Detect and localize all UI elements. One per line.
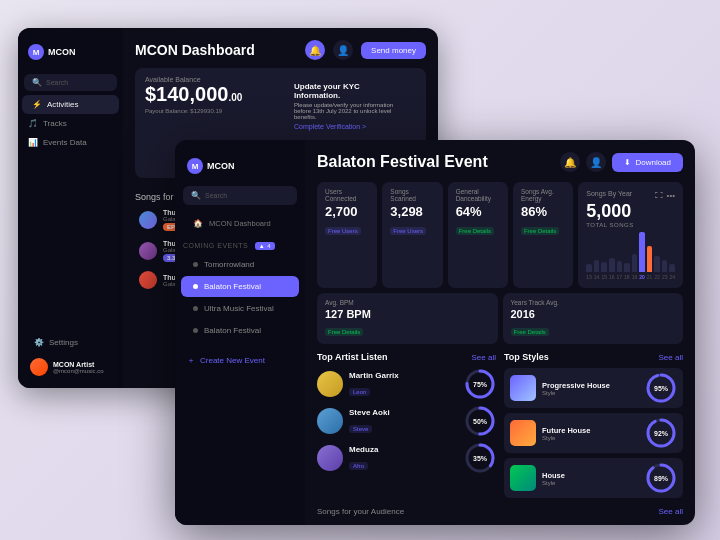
back-window-title: MCON Dashboard <box>135 42 255 58</box>
year-label-2017: 17 <box>617 274 623 280</box>
style-row-2: Future House Style 92% <box>504 413 683 453</box>
artists-see-all[interactable]: See all <box>472 353 496 362</box>
style-thumb-house <box>510 465 536 491</box>
styles-title: Top Styles <box>504 352 549 362</box>
stat-songs-value: 3,298 <box>390 204 434 219</box>
bar-2024 <box>669 264 675 272</box>
expand-icon[interactable]: ⛶ <box>655 191 663 200</box>
artists-title: Top Artist Listen <box>317 352 388 362</box>
progress-value-2: 50% <box>473 418 487 425</box>
send-money-button[interactable]: Send money <box>361 42 426 59</box>
balaton2-label: Balaton Festival <box>204 326 261 335</box>
styles-see-all[interactable]: See all <box>659 353 683 362</box>
year-label-2013: 13 <box>586 274 592 280</box>
front-window-title: Balaton Festival Event <box>317 153 488 171</box>
year-label-2021: 21 <box>647 274 653 280</box>
kyc-body: Please update/verify your information be… <box>294 102 408 120</box>
tracks-label: Tracks <box>43 119 67 128</box>
artist-avatar-steve <box>317 408 343 434</box>
kyc-link[interactable]: Complete Verification > <box>294 123 366 130</box>
stat-songs-label: Songs Scanned <box>390 188 434 202</box>
front-logo-icon: M <box>187 158 203 174</box>
year-label-2014: 14 <box>594 274 600 280</box>
nav-dot-active <box>193 284 198 289</box>
sidebar-item-dashboard[interactable]: 🏠 MCON Dashboard <box>181 213 299 234</box>
tracks-icon: 🎵 <box>28 119 38 128</box>
artist-tag-2: Steve <box>349 425 372 433</box>
songs-year-title: Songs By Year <box>586 190 632 197</box>
bell-icon[interactable]: 🔔 <box>305 40 325 60</box>
songs-total-label: TOTAL SONGS <box>586 222 675 228</box>
activities-icon: ⚡ <box>32 100 42 109</box>
create-event-label: Create New Event <box>200 356 265 365</box>
download-button[interactable]: ⬇ Download <box>612 153 683 172</box>
styles-header: Top Styles See all <box>504 352 683 362</box>
progress-value-style-2: 92% <box>654 430 668 437</box>
sidebar-item-tomorrowland[interactable]: Tomorrowland <box>181 254 299 275</box>
stat-years-sub: Free Details <box>511 328 549 336</box>
bar-labels: 13 14 15 16 17 18 19 20 21 22 23 24 <box>586 274 675 280</box>
nav-dot <box>193 262 198 267</box>
stat-users-value: 2,700 <box>325 204 369 219</box>
sidebar-item-events[interactable]: 📊 Events Data <box>18 133 123 152</box>
front-user-icon[interactable]: 👤 <box>586 152 606 172</box>
style-sub-1: Style <box>542 390 639 396</box>
user-icon[interactable]: 👤 <box>333 40 353 60</box>
bar-2023 <box>662 260 668 272</box>
stat-songs-sub: Free Users <box>390 227 426 235</box>
events-label: Events Data <box>43 138 87 147</box>
style-row-1: Progressive House Style 95% <box>504 368 683 408</box>
activities-label: Activities <box>47 100 79 109</box>
footer-see-all[interactable]: See all <box>659 507 683 516</box>
back-search-box[interactable]: 🔍 Search <box>24 74 117 91</box>
bar-2018 <box>624 263 630 272</box>
front-search-box[interactable]: 🔍 Search <box>183 186 297 205</box>
stats-top-row: Users Connected 2,700 Free Users Songs S… <box>317 182 683 288</box>
songs-by-year-card: Songs By Year ⛶ ••• 5,000 TOTAL SONGS <box>578 182 683 288</box>
stat-bpm: Avg. BPM 127 BPM Free Details <box>317 293 498 344</box>
back-user-handle: @mcon@music.co <box>53 368 104 374</box>
progress-meduza: 35% <box>464 442 496 474</box>
create-event-button[interactable]: ＋ Create New Event <box>175 349 305 372</box>
back-user-details: MCON Artist @mcon@music.co <box>53 361 104 374</box>
sidebar-item-activities[interactable]: ⚡ Activities <box>22 95 119 114</box>
year-label-2020: 20 <box>639 274 645 280</box>
bar-2022 <box>654 256 660 272</box>
events-icon: 📊 <box>28 138 38 147</box>
artist-info-3: Meduza Afro <box>349 445 458 472</box>
progress-future-house: 92% <box>645 417 677 449</box>
coming-events-label: Coming Events <box>183 242 248 249</box>
more-icon[interactable]: ••• <box>667 191 675 200</box>
stat-energy-value: 86% <box>521 204 565 219</box>
progress-value-style-3: 89% <box>654 475 668 482</box>
year-label-2016: 16 <box>609 274 615 280</box>
year-label-2019: 19 <box>632 274 638 280</box>
back-user-name: MCON Artist <box>53 361 104 368</box>
stats-bpm-row: Avg. BPM 127 BPM Free Details Years Trac… <box>317 293 683 344</box>
sidebar-item-tracks[interactable]: 🎵 Tracks <box>18 114 123 133</box>
back-logo: M MCON <box>18 38 123 70</box>
nav-dot <box>193 328 198 333</box>
logo-icon: M <box>28 44 44 60</box>
sidebar-item-balaton[interactable]: Balaton Festival <box>181 276 299 297</box>
kyc-title: Update your KYC Information. <box>294 82 408 100</box>
balaton-label: Balaton Festival <box>204 282 261 291</box>
front-topbar-actions: 🔔 👤 ⬇ Download <box>560 152 683 172</box>
coming-events-badge: ▲ 4 <box>255 242 275 250</box>
sidebar-item-balaton2[interactable]: Balaton Festival <box>181 320 299 341</box>
stat-energy-sub: Free Details <box>521 227 559 235</box>
settings-item[interactable]: ⚙️ Settings <box>24 333 117 352</box>
back-sidebar-footer: ⚙️ Settings MCON Artist @mcon@music.co <box>18 333 123 380</box>
song-avatar <box>139 242 157 260</box>
progress-steve: 50% <box>464 405 496 437</box>
front-bell-icon[interactable]: 🔔 <box>560 152 580 172</box>
top-styles-section: Top Styles See all Progressive House Sty… <box>504 352 683 503</box>
payout-balance: Payout Balance: $129930.19 <box>145 108 242 114</box>
tomorrowland-label: Tomorrowland <box>204 260 254 269</box>
stat-years-value: 2016 <box>511 308 676 320</box>
stat-bpm-label: Avg. BPM <box>325 299 490 306</box>
nav-dot <box>193 306 198 311</box>
bar-2021 <box>647 246 653 272</box>
progress-value-style-1: 95% <box>654 385 668 392</box>
sidebar-item-ultra[interactable]: Ultra Music Festival <box>181 298 299 319</box>
